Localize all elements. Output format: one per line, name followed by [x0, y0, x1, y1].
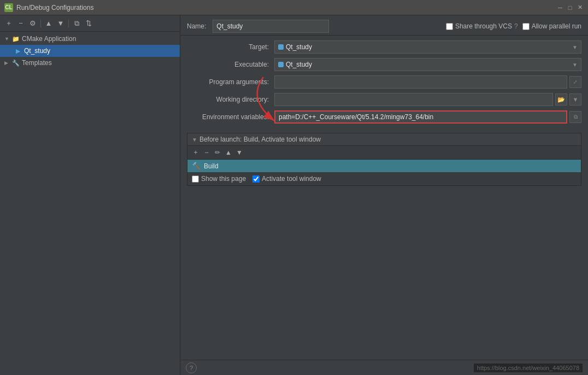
right-panel: Name: Share through VCS ? Allow parallel… [180, 15, 588, 375]
program-args-expand-button[interactable]: ⤢ [569, 76, 581, 88]
program-args-row: Program arguments: ⤢ [187, 75, 581, 89]
show-page-label: Show this page [201, 175, 246, 183]
bottom-bar: ? https://blog.csdn.net/weixin_44065078 [180, 360, 588, 375]
qt-study-icon: ▶ [14, 48, 22, 54]
allow-parallel-container: Allow parallel run [522, 22, 581, 30]
add-config-button[interactable]: + [3, 18, 14, 29]
remove-config-button[interactable]: − [15, 18, 26, 29]
env-vars-label: Environment variables: [187, 113, 274, 121]
allow-parallel-label: Allow parallel run [532, 22, 581, 30]
env-vars-control: ⧉ [274, 110, 581, 124]
toolbar-separator-2 [68, 20, 69, 27]
title-bar: CL Run/Debug Configurations ─ □ ✕ [0, 0, 588, 15]
share-vcs-container: Share through VCS ? [446, 22, 518, 30]
before-launch-toolbar: + − ✏ ▲ ▼ [187, 146, 581, 160]
executable-value: Qt_study [278, 61, 312, 68]
before-launch-add-button[interactable]: + [191, 148, 201, 157]
working-dir-label: Working directory: [187, 96, 274, 103]
target-arrow-icon: ▼ [572, 44, 578, 50]
before-launch-title: Before launch: Build, Activate tool wind… [199, 136, 321, 143]
build-item: 🔨 Build [187, 160, 581, 172]
qt-study-item[interactable]: ▶ Qt_study [0, 45, 180, 57]
settings-config-button[interactable]: ⚙ [27, 18, 38, 29]
templates-arrow-icon: ▶ [4, 60, 10, 66]
config-tree: ▼ 📁 CMake Application ▶ Qt_study ▶ 🔧 Tem… [0, 32, 180, 375]
watermark: https://blog.csdn.net/weixin_44065078 [474, 364, 583, 372]
allow-parallel-checkbox[interactable] [522, 23, 530, 30]
program-args-control: ⤢ [274, 75, 581, 89]
templates-group[interactable]: ▶ 🔧 Templates [0, 57, 180, 69]
program-args-label: Program arguments: [187, 78, 274, 86]
build-icon: 🔨 [192, 162, 201, 170]
target-value: Qt_study [278, 43, 312, 51]
build-label: Build [204, 162, 219, 170]
help-button[interactable]: ? [186, 362, 197, 373]
qt-study-label: Qt_study [24, 47, 50, 55]
share-vcs-label: Share through VCS [455, 22, 512, 30]
env-vars-input[interactable] [274, 110, 567, 124]
activate-tool-label: Activate tool window [262, 175, 321, 183]
main-layout: + − ⚙ ▲ ▼ ⧉ ⇅ ▼ 📁 CMake Application ▶ Qt… [0, 15, 588, 375]
executable-select[interactable]: Qt_study ▼ [274, 58, 581, 71]
before-launch-section: ▼ Before launch: Build, Activate tool wi… [187, 133, 581, 186]
target-label: Target: [187, 43, 274, 51]
working-dir-row: Working directory: 📂 ▼ [187, 92, 581, 107]
maximize-button[interactable]: □ [566, 4, 574, 11]
app-icon: CL [4, 3, 13, 12]
group-arrow-icon: ▼ [4, 36, 10, 42]
window-controls: ─ □ ✕ [556, 4, 584, 11]
share-vcs-help-icon[interactable]: ? [514, 22, 518, 30]
left-panel: + − ⚙ ▲ ▼ ⧉ ⇅ ▼ 📁 CMake Application ▶ Qt… [0, 15, 180, 375]
sort-config-button[interactable]: ⇅ [83, 18, 94, 29]
before-launch-remove-button[interactable]: − [202, 148, 211, 157]
env-vars-copy-button[interactable]: ⧉ [569, 111, 581, 123]
minimize-button[interactable]: ─ [556, 4, 564, 11]
working-dir-folder-button[interactable]: 📂 [555, 93, 567, 106]
before-launch-panel: ▼ Before launch: Build, Activate tool wi… [187, 133, 581, 186]
working-dir-arrow-button[interactable]: ▼ [569, 93, 581, 106]
program-args-input[interactable] [274, 75, 567, 89]
name-input[interactable] [213, 20, 328, 33]
share-vcs-checkbox[interactable] [446, 23, 453, 30]
activate-tool-container: Activate tool window [252, 175, 321, 183]
close-button[interactable]: ✕ [576, 4, 584, 11]
checkboxes-row: Show this page Activate tool window [187, 172, 581, 185]
executable-label: Executable: [187, 61, 274, 68]
target-control: Qt_study ▼ [274, 40, 581, 54]
name-row: Name: Share through VCS ? Allow parallel… [180, 15, 588, 36]
target-select[interactable]: Qt_study ▼ [274, 40, 581, 54]
before-launch-up-button[interactable]: ▲ [224, 148, 233, 157]
working-dir-input[interactable] [274, 93, 553, 106]
target-row: Target: Qt_study ▼ [187, 40, 581, 54]
activate-tool-checkbox[interactable] [252, 175, 260, 183]
config-body: Target: Qt_study ▼ Executable: [180, 36, 588, 360]
copy-config-button[interactable]: ⧉ [71, 18, 82, 29]
before-launch-edit-button[interactable]: ✏ [213, 148, 222, 157]
toolbar-separator-1 [40, 20, 41, 27]
executable-arrow-icon: ▼ [572, 62, 578, 68]
cmake-dot-icon [278, 44, 284, 50]
show-page-container: Show this page [192, 175, 246, 183]
executable-control: Qt_study ▼ [274, 58, 581, 71]
cmake-folder-icon: 📁 [12, 36, 20, 43]
window-title: Run/Debug Configurations [16, 4, 556, 11]
env-vars-row: Environment variables: ⧉ [187, 110, 581, 124]
working-dir-control: 📂 ▼ [274, 93, 581, 106]
name-label: Name: [187, 22, 206, 30]
before-launch-collapse-icon[interactable]: ▼ [192, 137, 197, 143]
left-toolbar: + − ⚙ ▲ ▼ ⧉ ⇅ [0, 15, 180, 32]
before-launch-down-button[interactable]: ▼ [234, 148, 244, 157]
cmake-app-label: CMake Application [22, 35, 76, 43]
executable-row: Executable: Qt_study ▼ [187, 57, 581, 72]
cmake-app-group[interactable]: ▼ 📁 CMake Application [0, 33, 180, 45]
show-page-checkbox[interactable] [192, 175, 199, 183]
down-config-button[interactable]: ▼ [55, 18, 66, 29]
cmake-dot-icon-2 [278, 62, 284, 67]
up-config-button[interactable]: ▲ [43, 18, 54, 29]
templates-label: Templates [22, 59, 52, 67]
templates-icon: 🔧 [12, 60, 20, 67]
before-launch-header: ▼ Before launch: Build, Activate tool wi… [187, 133, 581, 146]
